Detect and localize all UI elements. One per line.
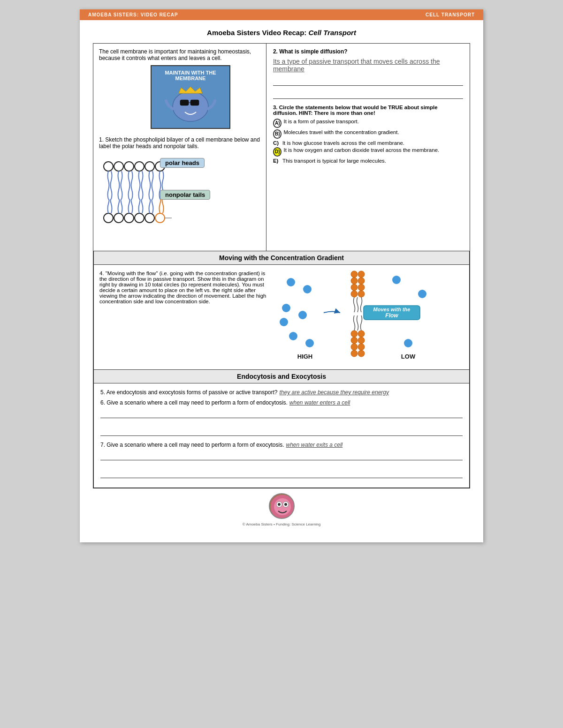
svg-point-14	[135, 213, 144, 223]
svg-point-35	[351, 330, 358, 337]
q6-answer: when water enters a cell	[289, 399, 350, 406]
text-b: Molecules travel with the concentration …	[283, 129, 399, 135]
top-section: The cell membrane is important for maint…	[93, 44, 470, 251]
top-section-box: The cell membrane is important for maint…	[93, 43, 470, 488]
q2-answer: Its a type of passive transport that mov…	[273, 58, 463, 73]
endocytosis-title: Endocytosis and Exocytosis	[94, 370, 469, 383]
svg-point-42	[358, 350, 365, 357]
statement-a: A) It is a form of passive transport.	[273, 119, 463, 128]
footer-logo	[269, 493, 295, 519]
header-right: CELL TRANSPORT	[426, 12, 475, 17]
polar-heads-label: polar heads	[160, 158, 205, 168]
svg-point-31	[351, 284, 358, 291]
svg-point-23	[298, 311, 307, 319]
q7-label: 7. Give a scenario where a cell may need…	[100, 442, 284, 448]
svg-point-13	[124, 213, 134, 223]
label-b: B)	[273, 129, 282, 139]
statements-list: A) It is a form of passive transport. B)…	[273, 119, 463, 164]
svg-point-47	[418, 290, 426, 298]
membrane-bottom	[351, 315, 365, 357]
header-left: AMOEBA SISTERS: VIDEO RECAP	[88, 12, 178, 17]
endocytosis-body: 5. Are endocytosis and exocytosis forms …	[94, 383, 469, 488]
phospholipid-area: polar heads nonpolar tails	[99, 152, 260, 246]
footer: © Amoeba Sisters • Funding: Science Lear…	[93, 488, 470, 529]
statement-d: D) It is how oxygen and carbon dioxide t…	[273, 147, 463, 157]
statement-b: B) Molecules travel with the concentrati…	[273, 129, 463, 139]
q6-label: 6. Give a scenario where a cell may need…	[100, 399, 288, 406]
svg-point-33	[351, 291, 358, 297]
svg-point-40	[358, 344, 365, 350]
q6-line2	[100, 428, 463, 436]
svg-rect-2	[180, 100, 189, 105]
svg-point-46	[392, 276, 401, 284]
svg-point-22	[282, 304, 290, 312]
q3-label: 3. Circle the statements below that woul…	[273, 105, 463, 116]
text-c: It is how glucose travels across the cel…	[282, 140, 404, 146]
answer-line-1	[273, 77, 463, 86]
endocytosis-section: Endocytosis and Exocytosis 5. Are endocy…	[93, 370, 470, 488]
svg-text:HIGH: HIGH	[297, 353, 312, 360]
svg-point-34	[358, 291, 365, 297]
footer-logo-svg	[270, 494, 295, 519]
q2-label: 2. What is simple diffusion?	[273, 48, 463, 55]
text-d: It is how oxygen and carbon dioxide trav…	[283, 147, 439, 153]
svg-point-5	[104, 162, 113, 171]
svg-point-38	[358, 337, 365, 344]
concentration-section: Moving with the Concentration Gradient 4…	[93, 251, 470, 370]
svg-text:Flow: Flow	[385, 312, 398, 319]
svg-point-20	[287, 278, 295, 286]
membrane-image: MAINTAIN WITH THE MEMBRANE	[151, 65, 230, 129]
svg-point-56	[284, 503, 287, 506]
concentration-svg: Moves with the Flow HIGH LOW	[277, 270, 436, 362]
svg-point-39	[351, 344, 358, 350]
concentration-body: 4. "Moving with the flow" (i.e. going wi…	[94, 265, 469, 369]
label-c: C)	[273, 140, 281, 146]
svg-point-24	[289, 332, 297, 340]
svg-point-8	[135, 162, 144, 171]
answer-line-2	[273, 90, 463, 99]
svg-point-29	[351, 278, 358, 284]
statement-e: E) This transport is typical for large m…	[273, 158, 463, 164]
q7-answer: when water exits a cell	[286, 442, 343, 448]
svg-point-21	[303, 285, 312, 293]
svg-point-7	[124, 162, 134, 171]
page: AMOEBA SISTERS: VIDEO RECAP CELL TRANSPO…	[80, 9, 483, 542]
label-d: D)	[273, 147, 282, 157]
left-column: The cell membrane is important for maint…	[93, 44, 266, 251]
q4-text: 4. "Moving with the flow" (i.e. going wi…	[99, 270, 272, 304]
main-title: Amoeba Sisters Video Recap: Cell Transpo…	[93, 29, 470, 37]
svg-point-55	[278, 503, 281, 506]
page-content: Amoeba Sisters Video Recap: Cell Transpo…	[80, 20, 483, 542]
q6-line1	[100, 410, 463, 418]
text-a: It is a form of passive transport.	[283, 119, 358, 124]
svg-point-25	[305, 339, 314, 347]
svg-point-30	[358, 278, 365, 284]
header-bar: AMOEBA SISTERS: VIDEO RECAP CELL TRANSPO…	[80, 9, 483, 20]
text-e: This transport is typical for large mole…	[282, 158, 386, 164]
q5-answer: they are active because they require ene…	[280, 389, 389, 396]
svg-point-48	[404, 339, 412, 347]
svg-text:LOW: LOW	[401, 353, 416, 360]
svg-point-41	[351, 350, 358, 357]
q6-container: 6. Give a scenario where a cell may need…	[100, 399, 463, 406]
svg-point-32	[358, 284, 365, 291]
membrane-top	[351, 271, 365, 312]
svg-marker-1	[179, 87, 202, 93]
concentration-text: 4. "Moving with the flow" (i.e. going wi…	[99, 270, 272, 364]
q5-container: 5. Are endocytosis and exocytosis forms …	[100, 389, 463, 396]
svg-point-15	[145, 213, 154, 223]
right-column: 2. What is simple diffusion? Its a type …	[266, 44, 470, 251]
svg-point-12	[114, 213, 123, 223]
label-a: A)	[273, 119, 282, 128]
cell-membrane-intro: The cell membrane is important for maint…	[99, 48, 260, 61]
amoeba-svg	[162, 83, 219, 123]
q7-line1	[100, 452, 463, 460]
q1-text: 1. Sketch the phospholipid bilayer of a …	[99, 136, 260, 150]
concentration-diagram: Moves with the Flow HIGH LOW	[277, 270, 464, 364]
svg-point-26	[280, 318, 288, 326]
svg-point-37	[351, 337, 358, 344]
svg-point-16	[155, 213, 165, 223]
svg-text:Moves with the: Moves with the	[373, 307, 410, 312]
q7-line2	[100, 470, 463, 478]
svg-point-9	[145, 162, 154, 171]
